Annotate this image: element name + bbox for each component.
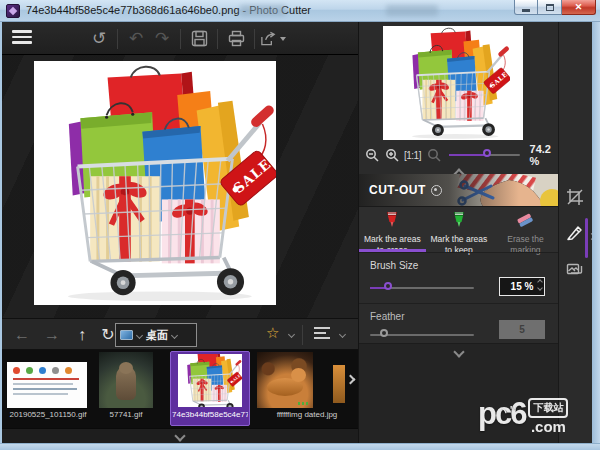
- watermark-badge: 下载站: [528, 398, 568, 418]
- active-tool-indicator: [585, 218, 588, 258]
- view-options-icon[interactable]: [314, 327, 331, 342]
- favorites-caret-icon[interactable]: [288, 331, 295, 338]
- close-button[interactable]: ✕: [562, 0, 596, 15]
- file-thumbnail-selected[interactable]: [178, 354, 242, 407]
- side-toolbar: [558, 22, 592, 443]
- location-dropdown[interactable]: 桌面: [115, 323, 197, 347]
- feather-knob[interactable]: [380, 329, 388, 337]
- zoom-slider[interactable]: [449, 154, 520, 156]
- feather-value: 5: [499, 320, 545, 339]
- favorites-star-icon[interactable]: ☆: [266, 324, 279, 342]
- editor-canvas[interactable]: [2, 55, 358, 318]
- file-thumbnail-partial[interactable]: [333, 365, 345, 403]
- pc6-watermark: ヽ'' pc6 下载站 .com: [478, 396, 598, 438]
- undo-icon[interactable]: ↶: [123, 27, 149, 51]
- zoom-slider-knob[interactable]: [483, 149, 491, 157]
- zoom-in-icon[interactable]: [385, 148, 399, 162]
- brush-size-section: Brush Size 15 %: [359, 252, 559, 303]
- collapse-browser-bar[interactable]: [2, 428, 358, 443]
- blurred-watermark: [240, 5, 286, 16]
- app-content: ↺ ↶ ↷: [2, 22, 592, 443]
- save-icon[interactable]: [186, 27, 212, 51]
- brush-size-knob[interactable]: [384, 282, 392, 290]
- print-icon[interactable]: [223, 27, 249, 51]
- rays-decoration: ヽ'': [499, 393, 517, 429]
- file-name: 74e3b44bf58e5c4e77b36...: [172, 410, 248, 419]
- file-browser-toolbar: ← → ↑ ↻ 桌面 ☆: [2, 318, 358, 350]
- blurred-watermark: [386, 5, 438, 16]
- cutout-tool-tabs: Mark the areas to erase Mark the areas t…: [359, 206, 559, 252]
- rotate-left-icon[interactable]: ↺: [86, 27, 112, 51]
- file-name: 20190525_101150.gif: [8, 410, 88, 419]
- crop-icon[interactable]: [566, 188, 586, 208]
- watermark-suffix: .com: [531, 418, 566, 435]
- main-toolbar: ↺ ↶ ↷: [2, 22, 358, 55]
- photo-cutter-window: 74e3b44bf58e5c4e77b368d61a646be0.png - P…: [0, 0, 600, 450]
- actual-size-button[interactable]: [1:1]: [404, 150, 421, 161]
- zoom-controls: [1:1] 74.2 %: [359, 142, 559, 168]
- eraser-icon: [515, 211, 535, 228]
- preview-thumbnail: [383, 26, 523, 140]
- menu-icon[interactable]: [12, 30, 32, 46]
- zoom-out-icon[interactable]: [365, 148, 379, 162]
- brush-size-value[interactable]: 15 %: [499, 277, 545, 296]
- computer-icon: [120, 330, 133, 340]
- window-border-left: [0, 22, 2, 443]
- location-label: 桌面: [146, 328, 168, 343]
- tab-mark-erase[interactable]: Mark the areas to erase: [359, 207, 426, 252]
- fit-zoom-icon[interactable]: [427, 148, 441, 162]
- cutout-pen-icon[interactable]: [566, 223, 586, 243]
- feather-slider[interactable]: [370, 334, 474, 336]
- back-icon[interactable]: ←: [10, 324, 34, 346]
- chevron-down-icon[interactable]: [453, 346, 464, 357]
- title-bar: 74e3b44bf58e5c4e77b368d61a646be0.png - P…: [0, 0, 600, 22]
- edited-image[interactable]: [34, 61, 276, 305]
- zoom-value: 74.2 %: [530, 143, 559, 167]
- window-border-right: [592, 22, 600, 443]
- chevron-down-icon: [174, 430, 185, 441]
- tab-erase-marking[interactable]: Erase the marking: [492, 207, 559, 252]
- brush-size-slider[interactable]: [370, 287, 474, 289]
- spinner-icons[interactable]: [538, 280, 542, 290]
- redo-icon[interactable]: ↷: [149, 27, 175, 51]
- file-thumbnail[interactable]: [7, 362, 87, 408]
- cutout-banner: CUT-OUT: [359, 174, 559, 206]
- file-thumbnail[interactable]: [257, 352, 313, 408]
- red-marker-icon: [383, 211, 401, 228]
- maximize-button[interactable]: [538, 0, 562, 15]
- eye-icon: [431, 185, 442, 196]
- tab-mark-keep[interactable]: Mark the areas to keep: [426, 207, 493, 252]
- brush-size-label: Brush Size: [370, 260, 559, 271]
- right-panel: [1:1] 74.2 %: [358, 22, 558, 443]
- images-icon[interactable]: [566, 260, 586, 280]
- scroll-right-icon[interactable]: [346, 375, 356, 385]
- window-border-bottom: [0, 443, 600, 450]
- cutout-title: CUT-OUT: [369, 183, 426, 197]
- forward-icon[interactable]: →: [40, 324, 64, 346]
- app-icon: [6, 4, 20, 18]
- file-thumbnail-strip: 20190525_101150.gif 57741.gif 74e3b44bf5…: [2, 350, 358, 428]
- file-thumbnail[interactable]: [99, 352, 153, 408]
- feather-section: Feather 5: [359, 303, 559, 343]
- file-name: 57741.gif: [99, 410, 153, 419]
- file-name: ffffffimg dated.jpg: [264, 410, 350, 419]
- up-icon[interactable]: ↑: [70, 324, 94, 346]
- minimize-button[interactable]: [514, 0, 538, 15]
- view-options-caret-icon[interactable]: [339, 331, 346, 338]
- green-marker-icon: [450, 211, 468, 228]
- shopping-cart-image: [34, 61, 276, 305]
- export-icon[interactable]: [260, 27, 286, 51]
